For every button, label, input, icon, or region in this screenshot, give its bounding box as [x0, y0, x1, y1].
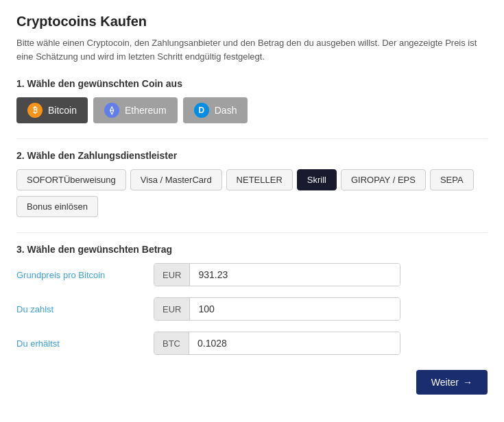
coin-section-title: 1. Wähle den gewünschten Coin aus: [16, 78, 488, 89]
payment-btn-neteller[interactable]: NETELLER: [226, 169, 293, 190]
du-erhaeltst-row: Du erhältst BTC: [16, 332, 488, 355]
du-erhaeltst-currency: BTC: [154, 332, 189, 354]
du-erhaeltst-field: BTC: [154, 332, 400, 355]
grundpreis-field: EUR: [154, 263, 400, 286]
ethereum-icon: ⟠: [104, 103, 119, 118]
amount-section: 3. Wähle den gewünschten Betrag Grundpre…: [16, 244, 488, 355]
page-title: Cryptocoins Kaufen: [16, 14, 488, 29]
du-zahlst-label: Du zahlst: [16, 304, 154, 314]
coin-section: 1. Wähle den gewünschten Coin aus ₿ Bitc…: [16, 78, 488, 123]
du-erhaeltst-input[interactable]: [189, 332, 400, 354]
weiter-label: Weiter: [431, 377, 459, 388]
grundpreis-row: Grundpreis pro Bitcoin EUR: [16, 263, 488, 286]
du-zahlst-currency: EUR: [154, 298, 190, 320]
amount-section-title: 3. Wähle den gewünschten Betrag: [16, 244, 488, 255]
grundpreis-currency: EUR: [154, 264, 190, 286]
payment-btn-sofort[interactable]: SOFORTÜberweisung: [16, 169, 126, 190]
arrow-icon: →: [463, 377, 472, 388]
dash-icon: D: [194, 103, 209, 118]
coin-label-bitcoin: Bitcoin: [48, 105, 77, 116]
du-zahlst-input[interactable]: [190, 298, 400, 320]
footer-row: Weiter →: [16, 370, 488, 395]
coin-button-dash[interactable]: D Dash: [183, 97, 248, 123]
payment-btn-sepa[interactable]: SEPA: [430, 169, 474, 190]
payment-section-title: 2. Wähle den Zahlungsdienstleister: [16, 150, 488, 161]
weiter-button[interactable]: Weiter →: [416, 370, 488, 395]
coin-button-group: ₿ Bitcoin ⟠ Ethereum D Dash: [16, 97, 488, 123]
coin-label-dash: Dash: [215, 105, 237, 116]
payment-button-group: SOFORTÜberweisung Visa / MasterCard NETE…: [16, 169, 488, 190]
coin-button-ethereum[interactable]: ⟠ Ethereum: [93, 97, 178, 123]
coin-button-bitcoin[interactable]: ₿ Bitcoin: [16, 97, 88, 123]
coin-label-ethereum: Ethereum: [125, 105, 167, 116]
du-erhaeltst-label: Du erhältst: [16, 338, 154, 349]
du-zahlst-row: Du zahlst EUR: [16, 297, 488, 321]
payment-btn-skrill[interactable]: Skrill: [297, 169, 337, 190]
payment-btn-giropay[interactable]: GIROPAY / EPS: [341, 169, 426, 190]
bonus-button[interactable]: Bonus einlösen: [16, 196, 98, 217]
payment-section: 2. Wähle den Zahlungsdienstleister SOFOR…: [16, 150, 488, 217]
intro-text: Bitte wähle einen Cryptocoin, den Zahlun…: [16, 36, 488, 63]
bitcoin-icon: ₿: [27, 103, 43, 118]
grundpreis-input[interactable]: [190, 264, 400, 286]
payment-btn-visa[interactable]: Visa / MasterCard: [130, 169, 222, 190]
grundpreis-label: Grundpreis pro Bitcoin: [16, 270, 154, 280]
du-zahlst-field: EUR: [154, 297, 400, 321]
